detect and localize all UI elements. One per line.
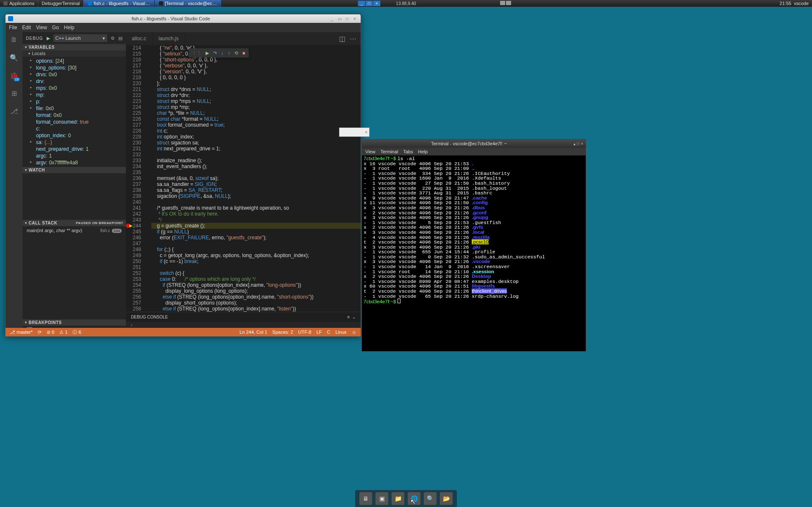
variable-row[interactable]: ▸file: 0x0 — [30, 105, 126, 112]
editor-area: alloc.claunch.js ◫ ⋯ 2142152162172182192… — [126, 32, 361, 328]
taskbar-task-vscode[interactable]: fish.c - libguestfs - Visual… — [83, 0, 154, 7]
variable-row[interactable]: ▸mp: — [30, 91, 126, 98]
close-icon[interactable]: × — [365, 130, 367, 135]
stop-icon[interactable]: ■ — [242, 50, 245, 55]
debug-console-icon[interactable]: ▤ — [118, 36, 122, 41]
paused-badge: PAUSED ON BREAKPOINT — [76, 221, 123, 225]
indentation[interactable]: Spaces: 2 — [273, 330, 293, 335]
background-terminal-close[interactable]: × — [339, 127, 370, 137]
watch-section[interactable]: ▾WATCH — [22, 167, 126, 173]
chevron-down-icon: ▾ — [28, 52, 31, 55]
terminal-title: Terminal - vscode@ec7cbd3e4e7f: ~ — [364, 141, 573, 146]
debug-icon[interactable]: 🐞15 — [9, 70, 19, 80]
warnings-count[interactable]: ⚠ 1 — [59, 330, 67, 335]
terminal-close-icon[interactable]: × — [581, 141, 583, 146]
callstack-section[interactable]: ▾CALL STACKPAUSED ON BREAKPOINT — [22, 220, 126, 226]
taskbar-task-terminal[interactable]: [Terminal - vscode@ec… — [155, 0, 222, 7]
terminal-titlebar: Terminal - vscode@ec7cbd3e4e7f: ~ ▴ □ × — [362, 139, 586, 148]
language-mode[interactable]: C — [327, 330, 331, 335]
launch-config-dropdown[interactable]: C++ Launch▾ — [53, 34, 107, 42]
term-menu-help[interactable]: Help — [418, 149, 428, 154]
menu-edit[interactable]: Edit — [22, 25, 31, 30]
breadcrumb[interactable]: › — [126, 322, 361, 328]
term-menu-terminal[interactable]: Terminal — [381, 149, 398, 154]
dock-terminal-icon[interactable]: ▣ — [375, 492, 388, 505]
menu-go[interactable]: Go — [52, 25, 59, 30]
variable-row[interactable]: ▸drv: — [30, 78, 126, 85]
vscode-restore-icon[interactable]: ▭ — [336, 16, 343, 22]
variable-row[interactable]: argc: 1 — [30, 152, 126, 159]
filter-icon[interactable]: ≡ — [348, 315, 350, 319]
term-menu-tabs[interactable]: Tabs — [403, 149, 413, 154]
os: Linux — [335, 330, 346, 335]
feedback-icon[interactable]: ☺ — [352, 330, 356, 335]
debugger-terminal-launcher[interactable]: DebuggerTerminal — [38, 0, 83, 7]
locals-section[interactable]: ▾Locals — [22, 50, 126, 57]
continue-icon[interactable]: ▶ — [206, 50, 209, 56]
gear-icon[interactable]: ⚙ — [111, 36, 115, 41]
info-count[interactable]: ⓘ 6 — [72, 329, 81, 335]
more-icon[interactable]: ⋯ — [350, 35, 356, 43]
dock-folder-icon[interactable]: 📂 — [440, 492, 453, 505]
variable-row[interactable]: format: 0x0 — [30, 112, 126, 119]
dock-files-icon[interactable]: 📁 — [392, 492, 404, 505]
variable-row[interactable]: ▸sa: {...} — [30, 139, 126, 146]
variable-row[interactable]: ▸mps: 0x0 — [30, 85, 126, 91]
drag-handle-icon[interactable]: ⋮⋮ — [192, 50, 201, 56]
variable-row[interactable]: c: — [30, 125, 126, 132]
terminal-maximize-icon[interactable]: □ — [577, 141, 579, 146]
activity-bar: 🗎 🔍 🐞15 ⊞ ⎇ — [6, 32, 22, 328]
window-minimize-icon[interactable]: _ — [358, 0, 365, 6]
menu-file[interactable]: File — [9, 25, 17, 30]
step-over-icon[interactable]: ↷ — [213, 50, 217, 56]
variable-row[interactable]: ▸drvs: 0x0 — [30, 71, 126, 78]
variable-row[interactable]: ▸long_options: [30] — [30, 64, 126, 71]
variable-row[interactable]: ▸p: — [30, 98, 126, 105]
chevron-down-icon: ▾ — [25, 45, 27, 49]
debug-label: DEBUG — [26, 36, 43, 41]
terminal-menubar: ViewTerminalTabsHelp — [362, 148, 586, 155]
errors-count[interactable]: ⊘ 0 — [47, 330, 54, 335]
vscode-minimize-icon[interactable]: _ — [328, 16, 335, 22]
restart-icon[interactable]: ⟲ — [234, 50, 238, 56]
terminal-output[interactable]: 7cbd3e4e7f:~$ ls -al x 16 vscode vscode … — [362, 155, 586, 351]
vscode-maximize-icon[interactable]: □ — [344, 16, 350, 22]
variable-row[interactable]: ▸argv: 0x7fffffffe4a8 — [30, 159, 126, 166]
vscode-close-icon[interactable]: × — [351, 16, 358, 22]
term-menu-view[interactable]: View — [365, 149, 375, 154]
variable-row[interactable]: ▸options: [24] — [30, 58, 126, 64]
variable-row[interactable]: next_prepared_drive: 1 — [30, 146, 126, 152]
editor-tab[interactable]: alloc.c — [126, 32, 153, 45]
menu-view[interactable]: View — [36, 25, 47, 30]
variables-section[interactable]: ▾VARIABLES — [22, 44, 126, 50]
window-maximize-icon[interactable]: □ — [365, 0, 373, 6]
chevron-down-icon[interactable]: ⌄ — [352, 315, 356, 319]
step-out-icon[interactable]: ↑ — [228, 50, 231, 55]
code-editor[interactable]: 2142152162172182192202212222232242252262… — [126, 45, 361, 312]
extensions-icon[interactable]: ⊞ — [9, 88, 19, 98]
sync-icon[interactable]: ⟳ — [38, 330, 42, 335]
encoding[interactable]: UTF-8 — [298, 330, 311, 335]
dock-desktop-icon[interactable]: 🖥 — [359, 492, 372, 505]
terminal-minimize-icon[interactable]: ▴ — [573, 141, 576, 146]
applications-menu[interactable]: Applications — [0, 0, 38, 7]
step-into-icon[interactable]: ↓ — [221, 50, 224, 55]
cursor-position[interactable]: Ln 244, Col 1 — [239, 330, 267, 335]
git-branch[interactable]: ⎇ master* — [10, 330, 33, 335]
search-icon[interactable]: 🔍 — [9, 53, 19, 63]
workspace-switcher[interactable] — [500, 1, 511, 5]
eol[interactable]: LF — [317, 330, 322, 335]
start-debug-icon[interactable]: ▶ — [47, 36, 50, 41]
dock-search-icon[interactable]: 🔍 — [424, 492, 437, 505]
variable-row[interactable]: format_consumed: true — [30, 119, 126, 125]
variable-row[interactable]: option_index: 0 — [30, 132, 126, 139]
breakpoints-section[interactable]: ▾BREAKPOINTS — [22, 319, 126, 326]
debug-console-header[interactable]: DEBUG CONSOLE ≡ ⌄ — [126, 312, 361, 322]
stack-frame[interactable]: main(int argc, char ** argv) fish.c244 — [22, 226, 126, 235]
menu-help[interactable]: Help — [64, 25, 75, 30]
window-close-icon[interactable]: × — [373, 0, 381, 6]
git-icon[interactable]: ⎇ — [9, 106, 19, 116]
explorer-icon[interactable]: 🗎 — [9, 35, 19, 45]
editor-tab[interactable]: launch.js — [153, 32, 185, 45]
split-editor-icon[interactable]: ◫ — [339, 35, 345, 43]
